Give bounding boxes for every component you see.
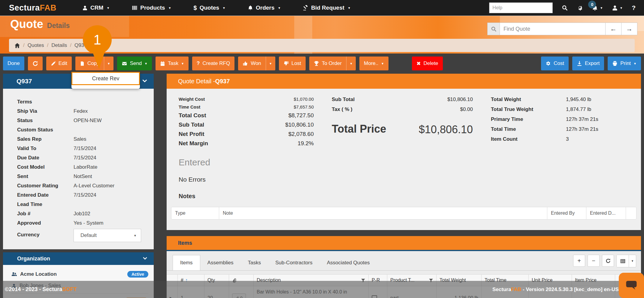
field-sales-rep: Sales RepSales	[3, 134, 154, 144]
chevron-down-icon[interactable]	[142, 256, 148, 261]
field-entered-date: Entered Date7/15/2024	[3, 190, 154, 200]
button-label: Delete	[423, 60, 438, 66]
add-item-button[interactable]: +	[573, 255, 585, 267]
printer-icon	[612, 61, 618, 66]
notifications-bell[interactable]: 0 ▼	[592, 5, 603, 11]
chat-widget-button[interactable]	[619, 273, 644, 298]
organization-location-row[interactable]: Acme Location Active	[11, 269, 148, 280]
field-label: Job #	[17, 211, 74, 217]
menu-orders[interactable]: Orders ▼	[248, 5, 281, 11]
refresh-icon	[32, 61, 38, 66]
toolbar-right-cluster: Cost Export Print▼	[541, 57, 641, 70]
delete-button[interactable]: ✖Delete	[412, 57, 443, 70]
notes-column-entered-date[interactable]: Entered D...	[586, 207, 626, 220]
logo-text-b: FAB	[40, 3, 57, 12]
summary-row: Sub Total$10,806.10	[332, 97, 473, 103]
field-sent: SentNotSent	[3, 172, 154, 181]
pencil-icon	[51, 61, 56, 66]
organization-panel-header[interactable]: Organization	[3, 252, 154, 265]
quote-status-text: Entered	[179, 157, 641, 167]
notes-column-entered-by[interactable]: Entered By	[547, 207, 586, 220]
row-value: 1,874.77 lb	[566, 106, 591, 112]
field-terms: Terms	[3, 97, 154, 106]
next-quote-button[interactable]: →	[621, 23, 637, 35]
won-button[interactable]: Won	[238, 57, 266, 70]
tab-items[interactable]: Items	[173, 255, 200, 270]
menu-crm[interactable]: CRM ▼	[82, 5, 110, 11]
menu-bid-request[interactable]: Bid Request ▼	[303, 5, 351, 11]
more-button[interactable]: More..▼	[359, 57, 389, 70]
row-label: Net Profit	[179, 131, 204, 137]
task-button[interactable]: Task▼	[156, 57, 189, 70]
copy-dropdown-toggle[interactable]: ▼	[104, 57, 113, 70]
page-title-main: Quote	[10, 18, 43, 31]
total-price-row: Total Price $10,806.10	[332, 123, 473, 136]
create-rev-menu-item[interactable]: Create Rev	[71, 72, 140, 85]
tab-associated-quotes[interactable]: Associated Quotes	[320, 255, 377, 270]
field-label: Entered Date	[17, 192, 74, 198]
send-button[interactable]: Send▼	[117, 57, 152, 70]
gear-icon[interactable]	[577, 5, 583, 11]
footer-version: SecturaFAB - Version 2024.5.30.3 [kec_de…	[492, 287, 618, 293]
lost-button[interactable]: Lost	[279, 57, 306, 70]
user-menu[interactable]: ▼	[612, 5, 623, 11]
breadcrumb-quotes[interactable]: Quotes	[28, 42, 44, 48]
field-value: LaborRate	[74, 164, 97, 170]
help-icon[interactable]: ?	[632, 4, 636, 11]
field-value: Yes - System	[74, 220, 104, 226]
home-icon[interactable]	[14, 43, 20, 48]
quote-detail-title: Quote Detail -	[178, 78, 215, 85]
calendar-icon	[160, 61, 165, 66]
grid-view-button[interactable]	[617, 255, 629, 267]
tab-assemblies[interactable]: Assemblies	[200, 255, 241, 270]
button-label: Cost	[554, 60, 564, 66]
notes-title: Notes	[179, 193, 641, 200]
find-quote-input[interactable]	[500, 23, 606, 35]
errors-status-text: No Errors	[179, 176, 641, 183]
breadcrumb-details[interactable]: Details	[51, 42, 67, 48]
grid-view-dropdown-toggle[interactable]: ▼	[629, 255, 636, 267]
row-value: $10,806.10	[285, 121, 314, 128]
field-label: Terms	[17, 99, 74, 105]
notes-column-type[interactable]: Type	[171, 207, 219, 220]
create-rfq-button[interactable]: ?Create RFQ	[192, 57, 234, 70]
logo-text-a: Sectura	[9, 3, 40, 12]
print-button[interactable]: Print▼	[608, 57, 641, 70]
menu-quotes[interactable]: $ Quotes ▼	[194, 5, 225, 11]
field-customer-rating: Customer RatingA-Level Customer	[3, 181, 154, 190]
remove-item-button[interactable]: −	[588, 255, 600, 267]
menu-products[interactable]: Products ▼	[132, 5, 171, 11]
chevron-down-icon[interactable]	[142, 78, 148, 84]
field-label: Currency	[17, 232, 74, 238]
to-order-dropdown-toggle[interactable]: ▼	[346, 57, 356, 70]
cost-button[interactable]: Cost	[541, 57, 569, 70]
copyright-text: ©2014 - 2023 -	[5, 286, 42, 292]
summary-row: Net Profit$2,078.60	[179, 131, 314, 137]
refresh-button[interactable]	[28, 57, 43, 70]
field-status: StatusOPEN-NEW	[3, 116, 154, 125]
currency-select[interactable]: Default ▼	[74, 229, 141, 242]
tab-tasks[interactable]: Tasks	[240, 255, 268, 270]
export-button[interactable]: Export	[572, 57, 604, 70]
to-order-button[interactable]: To Order	[309, 57, 346, 70]
chevron-down-icon: ▼	[350, 62, 353, 65]
notes-column-note[interactable]: Note	[219, 207, 547, 220]
done-button[interactable]: Done	[3, 57, 24, 70]
step-marker-number: 1	[93, 32, 101, 48]
previous-quote-button[interactable]: ←	[606, 23, 621, 35]
edit-button[interactable]: Edit	[46, 57, 72, 70]
won-dropdown-toggle[interactable]: ▼	[266, 57, 275, 70]
search-icon[interactable]	[562, 5, 568, 11]
find-quote-search-button[interactable]	[487, 23, 500, 35]
app-logo[interactable]: SecturaFAB	[9, 3, 56, 13]
chevron-down-icon: ▼	[134, 234, 137, 237]
row-label: Total Weight	[491, 97, 566, 103]
refresh-grid-button[interactable]	[602, 255, 614, 267]
organization-title: Organization	[17, 256, 50, 262]
tab-sub-contractors[interactable]: Sub-Contractors	[268, 255, 320, 270]
help-input[interactable]	[489, 2, 553, 13]
row-label: Total Cost	[179, 112, 206, 119]
envelope-icon	[122, 61, 127, 66]
chevron-down-icon: ▼	[600, 6, 603, 10]
chevron-down-icon: ▼	[107, 6, 110, 10]
